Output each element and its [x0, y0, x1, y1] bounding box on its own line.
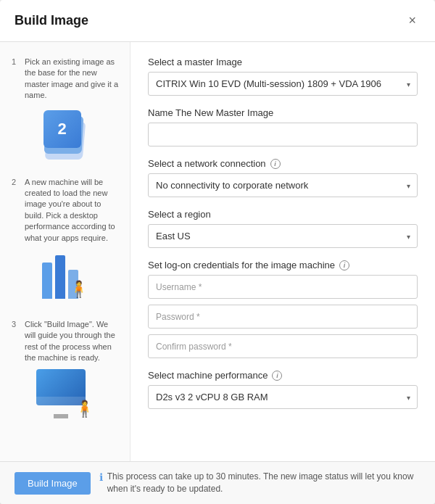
- credentials-label: Set log-on credentials for the image mac…: [148, 260, 418, 270]
- person-at-screen-icon: 🧍: [75, 400, 94, 418]
- username-input[interactable]: [148, 275, 418, 299]
- person-icon: 🧍: [69, 280, 88, 299]
- performance-info-icon[interactable]: i: [272, 371, 282, 381]
- step-2-header: 2 A new machine will be created to load …: [12, 177, 118, 244]
- master-image-select[interactable]: CITRIX Win 10 EVD (Multi-session) 1809 +…: [148, 72, 418, 96]
- build-image-button[interactable]: Build Image: [14, 472, 91, 495]
- step-2-number: 2: [12, 178, 20, 186]
- performance-select-wrapper: D2s v3 2 vCPU 8 GB RAM ▾: [148, 385, 418, 409]
- new-image-name-input[interactable]: [148, 123, 418, 146]
- step-1-number: 1: [12, 57, 20, 66]
- region-select[interactable]: East US: [148, 224, 418, 248]
- master-image-label: Select a master Image: [148, 57, 418, 67]
- close-button[interactable]: ×: [404, 12, 420, 30]
- form-panel: Select a master Image CITRIX Win 10 EVD …: [130, 42, 435, 461]
- master-image-section: Select a master Image CITRIX Win 10 EVD …: [148, 57, 418, 96]
- columns-icon: 🧍: [39, 249, 91, 302]
- step-2: 2 A new machine will be created to load …: [12, 177, 118, 313]
- performance-section: Select machine performance i D2s v3 2 vC…: [148, 370, 418, 409]
- region-label: Select a region: [148, 209, 418, 220]
- network-info-icon[interactable]: i: [270, 159, 281, 169]
- confirm-password-input[interactable]: [148, 334, 418, 358]
- build-image-modal: Build Image × 1 Pick an existing image a…: [0, 0, 435, 504]
- step-1: 1 Pick an existing image as the base for…: [12, 57, 118, 171]
- credentials-section: Set log-on credentials for the image mac…: [148, 260, 418, 358]
- password-input[interactable]: [148, 305, 418, 329]
- master-image-select-wrapper: CITRIX Win 10 EVD (Multi-session) 1809 +…: [148, 72, 418, 96]
- modal-body: 1 Pick an existing image as the base for…: [0, 42, 435, 461]
- region-select-wrapper: East US ▾: [148, 224, 418, 248]
- new-image-name-section: Name The New Master Image: [148, 107, 418, 146]
- step-2-illustration: 🧍: [12, 249, 118, 302]
- footer-info-text: This process can take up to 30 minutes. …: [107, 471, 420, 495]
- footer-info-icon: ℹ: [99, 471, 103, 483]
- screen-icon: 🧍: [36, 369, 94, 418]
- network-select-wrapper: No connectivity to corporate network ▾: [148, 173, 418, 197]
- network-select[interactable]: No connectivity to corporate network: [148, 173, 418, 197]
- steps-panel: 1 Pick an existing image as the base for…: [0, 42, 130, 461]
- network-label: Select a network connection i: [148, 158, 418, 169]
- performance-select[interactable]: D2s v3 2 vCPU 8 GB RAM: [148, 385, 418, 409]
- network-section: Select a network connection i No connect…: [148, 158, 418, 197]
- region-section: Select a region East US ▾: [148, 209, 418, 248]
- step-3-header: 3 Click "Build Image". We will guide you…: [12, 319, 118, 364]
- step-1-illustration: 2: [12, 107, 118, 160]
- credentials-input-group: [148, 275, 418, 358]
- step-3: 3 Click "Build Image". We will guide you…: [12, 319, 118, 431]
- layers-icon: 2: [39, 107, 91, 160]
- credentials-info-icon[interactable]: i: [339, 260, 349, 270]
- modal-title: Build Image: [14, 13, 88, 28]
- step-1-header: 1 Pick an existing image as the base for…: [12, 57, 118, 102]
- step-2-text: A new machine will be created to load th…: [25, 177, 118, 244]
- step-3-text: Click "Build Image". We will guide you t…: [25, 319, 118, 364]
- step-3-illustration: 🧍: [12, 369, 118, 418]
- step-3-number: 3: [12, 320, 20, 329]
- modal-footer: Build Image ℹ This process can take up t…: [0, 461, 435, 504]
- performance-label: Select machine performance i: [148, 370, 418, 381]
- modal-header: Build Image ×: [0, 0, 435, 42]
- step-1-text: Pick an existing image as the base for t…: [25, 57, 118, 102]
- footer-info: ℹ This process can take up to 30 minutes…: [99, 471, 420, 495]
- new-image-name-label: Name The New Master Image: [148, 107, 418, 118]
